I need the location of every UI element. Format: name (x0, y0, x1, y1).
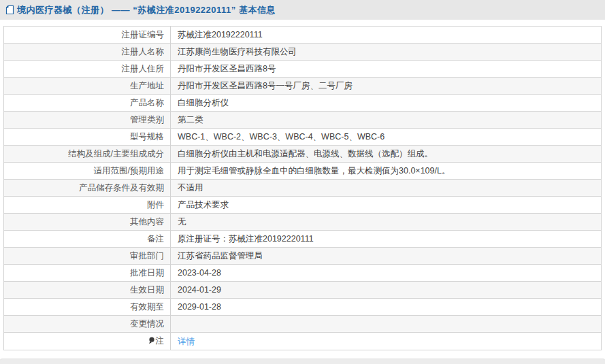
row-value: 不适用 (171, 180, 602, 197)
row-label: 适用范围/预期用途 (4, 163, 171, 180)
details-link[interactable]: 详情 (178, 337, 195, 346)
row-value: 原注册证号：苏械注准20192220111 (171, 231, 602, 248)
row-label-text: 注册人名称 (122, 47, 165, 56)
row-value: 白细胞分析仪由主机和电源适配器、电源线、数据线（选配）组成。 (171, 146, 602, 163)
row-label: 注册人住所 (4, 61, 171, 78)
row-label: 有效期至 (4, 299, 171, 316)
table-row: 适用范围/预期用途 用于测定毛细管或静脉全血中的白细胞数量，最大检测值为30.0… (4, 163, 602, 180)
row-label: 生产地址 (4, 78, 171, 95)
table-row: 注册人名称 江苏康尚生物医疗科技有限公司 (4, 44, 602, 61)
table-row: 注册人住所 丹阳市开发区圣昌西路8号 (4, 61, 602, 78)
table-row: 变更情况 (4, 316, 602, 333)
table-row: 产品储存条件及有效期 不适用 (4, 180, 602, 197)
row-label: 注 (4, 333, 171, 350)
row-label-text: 产品储存条件及有效期 (79, 183, 164, 193)
page-title: 境内医疗器械（注册） —— “苏械注准20192220111” 基本信息 (17, 4, 276, 16)
table-row: 产品名称 白细胞分析仪 (4, 95, 602, 112)
row-label-text: 结构及组成/主要组成成分 (68, 149, 164, 159)
row-label-text: 审批部门 (130, 251, 164, 261)
row-label-text: 型号规格 (130, 132, 164, 142)
table-row: 批准日期 2023-04-28 (4, 265, 602, 282)
table-row: 生效日期 2024-01-29 (4, 282, 602, 299)
note-pin-icon (148, 333, 154, 350)
row-value: 第二类 (171, 112, 602, 129)
row-label: 结构及组成/主要组成成分 (4, 146, 171, 163)
next-section-bar (0, 359, 605, 364)
row-label: 型号规格 (4, 129, 171, 146)
table-row: 有效期至 2029-01-28 (4, 299, 602, 316)
table-row: 管理类别 第二类 (4, 112, 602, 129)
table-row: 备注 原注册证号：苏械注准20192220111 (4, 231, 602, 248)
row-label: 注册证编号 (4, 27, 171, 44)
row-label: 产品名称 (4, 95, 171, 112)
row-value: 白细胞分析仪 (171, 95, 602, 112)
table-row: 审批部门 江苏省药品监督管理局 (4, 248, 602, 265)
row-value: 江苏省药品监督管理局 (171, 248, 602, 265)
row-label: 生效日期 (4, 282, 171, 299)
registration-table-body: 注册证编号 苏械注准20192220111 注册人名称 江苏康尚生物医疗科技有限… (4, 27, 602, 350)
row-label: 附件 (4, 197, 171, 214)
section-header: 境内医疗器械（注册） —— “苏械注准20192220111” 基本信息 (0, 0, 605, 20)
row-value: 苏械注准20192220111 (171, 27, 602, 44)
row-value: 2029-01-28 (171, 299, 602, 316)
row-label-text: 变更情况 (130, 319, 164, 329)
row-value: WBC-1、WBC-2、WBC-3、WBC-4、WBC-5、WBC-6 (171, 129, 602, 146)
row-label-text: 注册人住所 (122, 64, 165, 73)
row-label-text: 有效期至 (130, 302, 164, 312)
row-label-text: 其他内容 (130, 217, 164, 227)
row-label: 批准日期 (4, 265, 171, 282)
row-label-text: 附件 (147, 200, 164, 210)
registration-info-panel: 注册证编号 苏械注准20192220111 注册人名称 江苏康尚生物医疗科技有限… (3, 26, 602, 350)
row-label: 备注 (4, 231, 171, 248)
row-label: 变更情况 (4, 316, 171, 333)
row-value: 2023-04-28 (171, 265, 602, 282)
row-label: 审批部门 (4, 248, 171, 265)
row-label: 产品储存条件及有效期 (4, 180, 171, 197)
registration-info-table: 注册证编号 苏械注准20192220111 注册人名称 江苏康尚生物医疗科技有限… (3, 26, 602, 350)
table-row: 其他内容 无 (4, 214, 602, 231)
row-value: 丹阳市开发区圣昌西路8号 (171, 61, 602, 78)
row-label-text: 备注 (147, 234, 164, 244)
row-label-text: 生效日期 (130, 285, 164, 295)
table-row: 生产地址 丹阳市开发区圣昌西路8号一号厂房、二号厂房 (4, 78, 602, 95)
row-value: 详情 (171, 333, 602, 350)
table-row: 结构及组成/主要组成成分 白细胞分析仪由主机和电源适配器、电源线、数据线（选配）… (4, 146, 602, 163)
row-label-text: 批准日期 (130, 268, 164, 278)
table-row: 注 详情 (4, 333, 602, 350)
row-label-text: 注 (156, 336, 165, 346)
row-label-text: 管理类别 (130, 115, 164, 125)
row-value: 2024-01-29 (171, 282, 602, 299)
row-value (171, 316, 602, 333)
row-value: 产品技术要求 (171, 197, 602, 214)
row-label-text: 适用范围/预期用途 (94, 166, 164, 176)
row-label-text: 生产地址 (130, 81, 164, 90)
row-value: 江苏康尚生物医疗科技有限公司 (171, 44, 602, 61)
row-value: 无 (171, 214, 602, 231)
row-label: 注册人名称 (4, 44, 171, 61)
table-row: 注册证编号 苏械注准20192220111 (4, 27, 602, 44)
table-row: 型号规格 WBC-1、WBC-2、WBC-3、WBC-4、WBC-5、WBC-6 (4, 129, 602, 146)
document-icon (5, 5, 14, 15)
row-label: 其他内容 (4, 214, 171, 231)
row-label: 管理类别 (4, 112, 171, 129)
table-row: 附件 产品技术要求 (4, 197, 602, 214)
row-value: 丹阳市开发区圣昌西路8号一号厂房、二号厂房 (171, 78, 602, 95)
row-label-text: 产品名称 (130, 98, 164, 107)
row-label-text: 注册证编号 (122, 30, 165, 39)
row-value: 用于测定毛细管或静脉全血中的白细胞数量，最大检测值为30.0×109/L。 (171, 163, 602, 180)
